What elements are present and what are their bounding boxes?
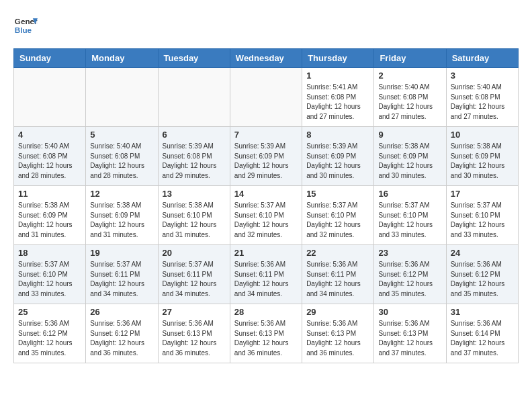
calendar-cell: 20Sunrise: 5:37 AM Sunset: 6:11 PM Dayli… xyxy=(158,245,230,304)
day-info: Sunrise: 5:38 AM Sunset: 6:09 PM Dayligh… xyxy=(451,142,514,181)
day-number: 11 xyxy=(18,189,81,199)
day-info: Sunrise: 5:39 AM Sunset: 6:09 PM Dayligh… xyxy=(306,142,369,181)
day-number: 3 xyxy=(451,71,514,81)
column-header-monday: Monday xyxy=(86,49,158,68)
day-number: 5 xyxy=(90,130,153,140)
day-number: 23 xyxy=(378,248,441,258)
calendar-header-row: SundayMondayTuesdayWednesdayThursdayFrid… xyxy=(14,49,519,68)
calendar-cell xyxy=(14,68,86,127)
svg-text:Blue: Blue xyxy=(15,26,32,34)
day-info: Sunrise: 5:36 AM Sunset: 6:11 PM Dayligh… xyxy=(234,260,298,299)
calendar-cell: 18Sunrise: 5:37 AM Sunset: 6:10 PM Dayli… xyxy=(14,245,86,304)
day-info: Sunrise: 5:40 AM Sunset: 6:08 PM Dayligh… xyxy=(378,83,441,122)
column-header-saturday: Saturday xyxy=(446,49,518,68)
day-info: Sunrise: 5:40 AM Sunset: 6:08 PM Dayligh… xyxy=(451,83,514,122)
day-number: 19 xyxy=(90,248,153,258)
calendar-cell: 11Sunrise: 5:38 AM Sunset: 6:09 PM Dayli… xyxy=(14,186,86,245)
day-number: 26 xyxy=(90,307,153,317)
day-info: Sunrise: 5:37 AM Sunset: 6:11 PM Dayligh… xyxy=(90,260,153,299)
day-info: Sunrise: 5:36 AM Sunset: 6:13 PM Dayligh… xyxy=(234,319,298,358)
day-number: 28 xyxy=(234,307,298,317)
day-number: 4 xyxy=(18,130,81,140)
day-number: 6 xyxy=(163,130,226,140)
calendar-cell: 7Sunrise: 5:39 AM Sunset: 6:09 PM Daylig… xyxy=(230,127,302,186)
day-number: 21 xyxy=(234,248,298,258)
day-info: Sunrise: 5:36 AM Sunset: 6:11 PM Dayligh… xyxy=(306,260,369,299)
day-info: Sunrise: 5:37 AM Sunset: 6:10 PM Dayligh… xyxy=(378,201,441,240)
day-info: Sunrise: 5:41 AM Sunset: 6:08 PM Dayligh… xyxy=(306,83,369,122)
day-info: Sunrise: 5:36 AM Sunset: 6:13 PM Dayligh… xyxy=(163,319,226,358)
day-info: Sunrise: 5:36 AM Sunset: 6:14 PM Dayligh… xyxy=(451,319,514,358)
logo: General Blue xyxy=(13,13,38,38)
day-number: 30 xyxy=(378,307,441,317)
day-number: 27 xyxy=(163,307,226,317)
calendar-cell: 22Sunrise: 5:36 AM Sunset: 6:11 PM Dayli… xyxy=(302,245,374,304)
day-number: 10 xyxy=(451,130,514,140)
calendar-cell: 16Sunrise: 5:37 AM Sunset: 6:10 PM Dayli… xyxy=(374,186,446,245)
day-info: Sunrise: 5:38 AM Sunset: 6:09 PM Dayligh… xyxy=(90,201,153,240)
day-number: 16 xyxy=(378,189,441,199)
day-number: 7 xyxy=(234,130,298,140)
day-info: Sunrise: 5:37 AM Sunset: 6:10 PM Dayligh… xyxy=(451,201,514,240)
day-number: 20 xyxy=(163,248,226,258)
calendar-week-row: 25Sunrise: 5:36 AM Sunset: 6:12 PM Dayli… xyxy=(14,304,519,363)
column-header-sunday: Sunday xyxy=(14,49,86,68)
calendar-cell: 12Sunrise: 5:38 AM Sunset: 6:09 PM Dayli… xyxy=(86,186,158,245)
day-number: 31 xyxy=(451,307,514,317)
calendar-cell: 28Sunrise: 5:36 AM Sunset: 6:13 PM Dayli… xyxy=(230,304,302,363)
calendar-cell: 3Sunrise: 5:40 AM Sunset: 6:08 PM Daylig… xyxy=(446,68,518,127)
day-info: Sunrise: 5:38 AM Sunset: 6:09 PM Dayligh… xyxy=(18,201,81,240)
day-info: Sunrise: 5:36 AM Sunset: 6:13 PM Dayligh… xyxy=(306,319,369,358)
day-number: 9 xyxy=(378,130,441,140)
calendar-week-row: 11Sunrise: 5:38 AM Sunset: 6:09 PM Dayli… xyxy=(14,186,519,245)
calendar-week-row: 18Sunrise: 5:37 AM Sunset: 6:10 PM Dayli… xyxy=(14,245,519,304)
column-header-friday: Friday xyxy=(374,49,446,68)
day-info: Sunrise: 5:39 AM Sunset: 6:08 PM Dayligh… xyxy=(163,142,226,181)
day-number: 29 xyxy=(306,307,369,317)
column-header-wednesday: Wednesday xyxy=(230,49,302,68)
day-info: Sunrise: 5:36 AM Sunset: 6:12 PM Dayligh… xyxy=(378,260,441,299)
day-info: Sunrise: 5:37 AM Sunset: 6:10 PM Dayligh… xyxy=(306,201,369,240)
page-header: General Blue xyxy=(13,13,519,38)
calendar-cell xyxy=(158,68,230,127)
day-number: 15 xyxy=(306,189,369,199)
calendar-cell: 21Sunrise: 5:36 AM Sunset: 6:11 PM Dayli… xyxy=(230,245,302,304)
day-number: 13 xyxy=(163,189,226,199)
calendar-cell: 6Sunrise: 5:39 AM Sunset: 6:08 PM Daylig… xyxy=(158,127,230,186)
day-number: 17 xyxy=(451,189,514,199)
day-info: Sunrise: 5:37 AM Sunset: 6:10 PM Dayligh… xyxy=(234,201,298,240)
calendar-cell: 15Sunrise: 5:37 AM Sunset: 6:10 PM Dayli… xyxy=(302,186,374,245)
calendar-cell: 31Sunrise: 5:36 AM Sunset: 6:14 PM Dayli… xyxy=(446,304,518,363)
calendar-cell: 24Sunrise: 5:36 AM Sunset: 6:12 PM Dayli… xyxy=(446,245,518,304)
day-info: Sunrise: 5:40 AM Sunset: 6:08 PM Dayligh… xyxy=(18,142,81,181)
day-info: Sunrise: 5:38 AM Sunset: 6:09 PM Dayligh… xyxy=(378,142,441,181)
calendar-cell xyxy=(86,68,158,127)
calendar-cell: 23Sunrise: 5:36 AM Sunset: 6:12 PM Dayli… xyxy=(374,245,446,304)
calendar-cell: 27Sunrise: 5:36 AM Sunset: 6:13 PM Dayli… xyxy=(158,304,230,363)
calendar-cell: 4Sunrise: 5:40 AM Sunset: 6:08 PM Daylig… xyxy=(14,127,86,186)
calendar-cell: 1Sunrise: 5:41 AM Sunset: 6:08 PM Daylig… xyxy=(302,68,374,127)
calendar-cell: 26Sunrise: 5:36 AM Sunset: 6:12 PM Dayli… xyxy=(86,304,158,363)
day-number: 25 xyxy=(18,307,81,317)
calendar-cell: 14Sunrise: 5:37 AM Sunset: 6:10 PM Dayli… xyxy=(230,186,302,245)
day-info: Sunrise: 5:36 AM Sunset: 6:13 PM Dayligh… xyxy=(378,319,441,358)
calendar-cell: 13Sunrise: 5:38 AM Sunset: 6:10 PM Dayli… xyxy=(158,186,230,245)
calendar-week-row: 1Sunrise: 5:41 AM Sunset: 6:08 PM Daylig… xyxy=(14,68,519,127)
day-number: 8 xyxy=(306,130,369,140)
calendar-cell: 5Sunrise: 5:40 AM Sunset: 6:08 PM Daylig… xyxy=(86,127,158,186)
logo-icon: General Blue xyxy=(13,13,38,38)
day-number: 18 xyxy=(18,248,81,258)
calendar-cell: 25Sunrise: 5:36 AM Sunset: 6:12 PM Dayli… xyxy=(14,304,86,363)
calendar-cell: 17Sunrise: 5:37 AM Sunset: 6:10 PM Dayli… xyxy=(446,186,518,245)
day-number: 2 xyxy=(378,71,441,81)
day-info: Sunrise: 5:37 AM Sunset: 6:11 PM Dayligh… xyxy=(163,260,226,299)
column-header-thursday: Thursday xyxy=(302,49,374,68)
day-info: Sunrise: 5:39 AM Sunset: 6:09 PM Dayligh… xyxy=(234,142,298,181)
calendar-cell: 10Sunrise: 5:38 AM Sunset: 6:09 PM Dayli… xyxy=(446,127,518,186)
calendar-cell: 8Sunrise: 5:39 AM Sunset: 6:09 PM Daylig… xyxy=(302,127,374,186)
calendar-cell: 29Sunrise: 5:36 AM Sunset: 6:13 PM Dayli… xyxy=(302,304,374,363)
day-number: 14 xyxy=(234,189,298,199)
day-number: 12 xyxy=(90,189,153,199)
calendar-week-row: 4Sunrise: 5:40 AM Sunset: 6:08 PM Daylig… xyxy=(14,127,519,186)
calendar-table: SundayMondayTuesdayWednesdayThursdayFrid… xyxy=(13,48,519,363)
